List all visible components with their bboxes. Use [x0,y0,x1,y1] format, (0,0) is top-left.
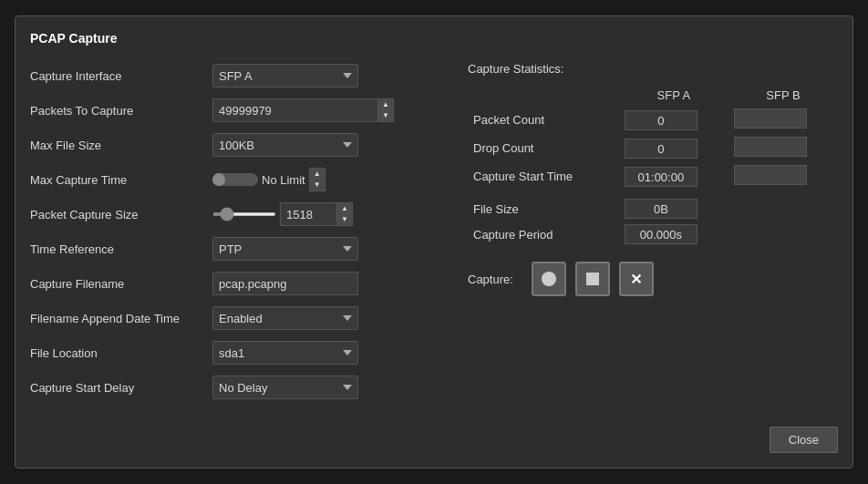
file-size-sfpb-cell [728,196,838,221]
file-size-label: File Size [468,196,619,221]
table-row: File Size 0B [468,196,838,221]
max-file-size-control: 100KB 1MB 10MB [212,133,450,157]
drop-count-sfpb-value [734,137,807,157]
clear-x-icon: ✕ [630,271,642,288]
capture-clear-button[interactable]: ✕ [619,262,654,296]
pcap-capture-dialog: PCAP Capture Capture Interface SFP A SFP… [15,15,853,469]
stop-square-icon [586,273,599,285]
packet-count-sfpa-value: 0 [625,110,698,130]
dialog-title: PCAP Capture [30,31,838,46]
packet-capture-size-control: ▲ ▼ [212,202,450,226]
max-capture-time-slider-group: No Limit ▲ ▼ [212,168,358,191]
drop-count-sfpb-cell [728,134,838,162]
capture-start-delay-select[interactable]: No Delay 5s 10s [212,376,358,399]
max-file-size-label: Max File Size [30,139,212,152]
packets-increment-btn[interactable]: ▲ [378,99,393,110]
capture-start-time-sfpb-cell [728,162,838,191]
capture-stop-button[interactable] [575,262,610,296]
max-capture-time-label: Max Capture Time [30,173,212,187]
capture-period-sfpa-cell: 00.000s [619,221,728,247]
no-limit-group: No Limit ▲ ▼ [262,168,326,191]
capture-statistics-title: Capture Statistics: [468,62,838,76]
drop-count-label: Drop Count [468,134,619,162]
packet-count-label: Packet Count [468,106,619,134]
capture-start-time-sfpb-value [734,165,807,185]
file-location-control: sda1 sda2 [212,341,450,365]
no-limit-increment-btn[interactable]: ▲ [310,169,325,180]
time-reference-label: Time Reference [30,242,212,256]
filename-append-control: Enabled Disabled [212,306,450,330]
capture-controls-row: Capture: ✕ [468,262,838,296]
table-row: Drop Count 0 [468,134,838,162]
packet-size-input[interactable] [280,202,336,226]
file-location-row: File Location sda1 sda2 [30,339,450,366]
packets-to-capture-row: Packets To Capture ▲ ▼ [30,97,450,124]
packet-capture-size-label: Packet Capture Size [30,208,212,221]
packet-count-sfpb-cell [728,106,838,134]
file-size-sfpa-value: 0B [625,199,698,219]
max-file-size-select[interactable]: 100KB 1MB 10MB [212,133,358,157]
filename-append-row: Filename Append Date Time Enabled Disabl… [30,304,450,332]
stats-col-label [468,85,619,106]
packets-input[interactable] [212,98,377,122]
capture-start-delay-label: Capture Start Delay [30,381,212,395]
dialog-footer: Close [30,427,838,453]
packets-to-capture-label: Packets To Capture [30,104,212,118]
capture-interface-label: Capture Interface [30,69,212,83]
close-button[interactable]: Close [770,427,838,453]
packet-size-slider-group: ▲ ▼ [212,202,358,226]
capture-filename-row: Capture Filename [30,270,450,297]
packet-size-spinner-btns: ▲ ▼ [336,202,353,226]
capture-start-time-label: Capture Start Time [468,162,619,191]
packets-to-capture-control: ▲ ▼ [212,98,450,122]
time-reference-row: Time Reference PTP GPS Internal [30,235,450,263]
capture-start-time-sfpa-value: 01:00:00 [625,167,698,187]
max-capture-time-toggle[interactable] [212,173,258,186]
file-size-sfpa-cell: 0B [619,196,728,221]
filename-append-label: Filename Append Date Time [30,312,212,325]
capture-filename-label: Capture Filename [30,277,212,291]
stats-header-row: SFP A SFP B [468,85,838,106]
no-limit-spinner-btns: ▲ ▼ [309,168,326,191]
record-circle-icon [542,272,556,286]
file-location-select[interactable]: sda1 sda2 [212,341,358,365]
no-limit-text: No Limit [262,173,305,187]
capture-interface-control: SFP A SFP B [212,64,450,88]
stats-table: SFP A SFP B Packet Count 0 Drop Count 0 [468,85,838,247]
content-area: Capture Interface SFP A SFP B Packets To… [30,62,838,408]
max-file-size-row: Max File Size 100KB 1MB 10MB [30,131,450,159]
filename-append-select[interactable]: Enabled Disabled [212,306,358,330]
max-capture-time-row: Max Capture Time No Limit ▲ ▼ [30,166,450,193]
capture-start-time-sfpa-cell: 01:00:00 [619,162,728,191]
capture-record-button[interactable] [532,262,566,296]
capture-start-delay-control: No Delay 5s 10s [212,376,450,399]
capture-period-sfpa-value: 00.000s [625,224,698,244]
capture-period-sfpb-cell [728,221,838,247]
table-row: Capture Start Time 01:00:00 [468,162,838,191]
packets-decrement-btn[interactable]: ▼ [378,110,393,121]
table-row: Packet Count 0 [468,106,838,134]
capture-filename-control [212,272,450,295]
max-capture-time-thumb [212,173,225,186]
left-panel: Capture Interface SFP A SFP B Packets To… [30,62,450,408]
no-limit-decrement-btn[interactable]: ▼ [310,180,325,191]
time-reference-select[interactable]: PTP GPS Internal [212,237,358,261]
file-location-label: File Location [30,346,212,360]
stats-col-sfpa: SFP A [619,85,728,106]
drop-count-sfpa-cell: 0 [619,134,728,162]
packet-size-spinner: ▲ ▼ [280,202,353,226]
stats-col-sfpb: SFP B [728,85,838,106]
capture-interface-select[interactable]: SFP A SFP B [212,64,358,88]
packet-size-increment-btn[interactable]: ▲ [337,203,352,214]
capture-filename-input[interactable] [212,272,358,295]
packets-spinner: ▲ ▼ [212,98,358,122]
drop-count-sfpa-value: 0 [625,139,698,159]
capture-interface-row: Capture Interface SFP A SFP B [30,62,450,89]
capture-period-label: Capture Period [468,221,619,247]
max-capture-time-control: No Limit ▲ ▼ [212,168,450,191]
packet-capture-size-row: Packet Capture Size ▲ ▼ [30,201,450,228]
packet-size-decrement-btn[interactable]: ▼ [337,214,352,225]
packet-size-slider[interactable] [212,212,276,216]
packets-spinner-buttons: ▲ ▼ [377,98,394,122]
capture-label: Capture: [468,273,513,286]
